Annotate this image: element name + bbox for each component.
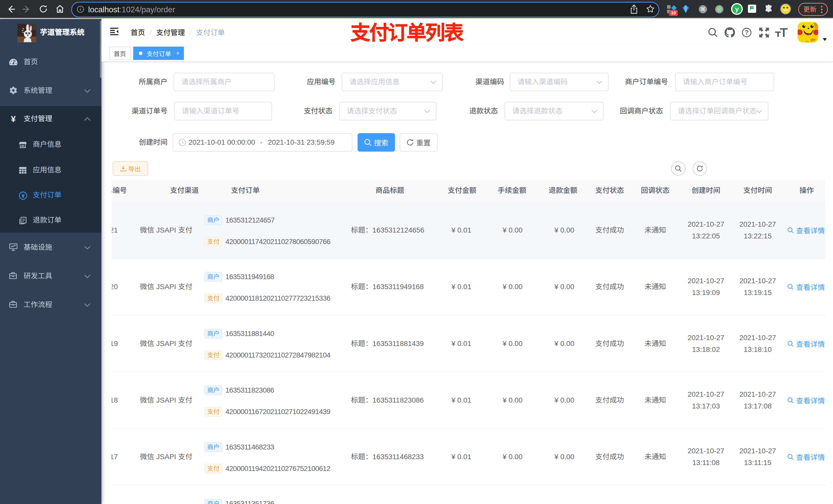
- svg-text:⌘: ⌘: [700, 6, 706, 12]
- svg-text:¥: ¥: [22, 193, 25, 199]
- svg-text:?: ?: [745, 29, 748, 36]
- svg-text:¥: ¥: [11, 114, 16, 123]
- svg-text:y: y: [735, 5, 739, 13]
